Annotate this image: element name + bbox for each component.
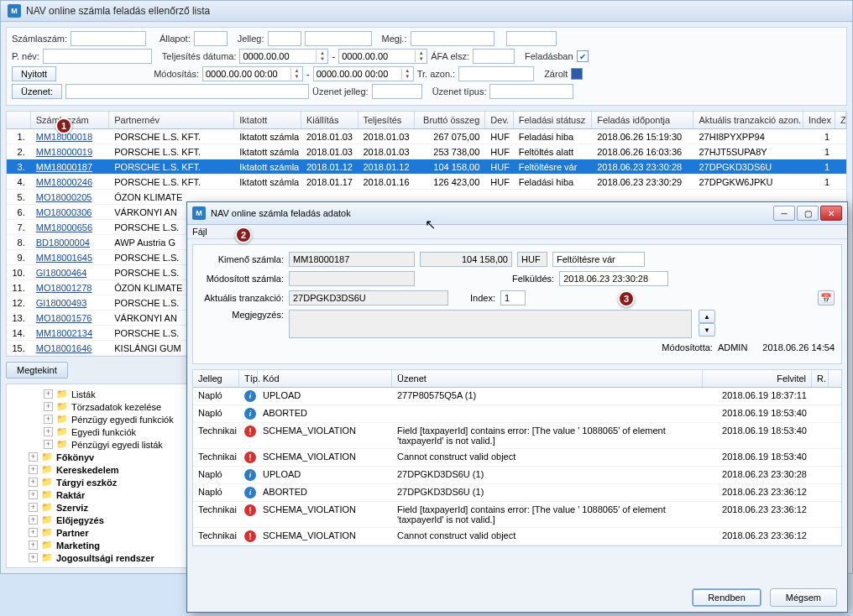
col-index[interactable]: Index [803, 112, 835, 128]
megtekint-button[interactable]: Megtekint [6, 362, 68, 378]
szamlaszam-input[interactable] [71, 31, 146, 46]
col-status[interactable]: Feladási státusz [514, 112, 593, 128]
message-row[interactable]: NaplóiABORTED27DPGKD3DS6U (1)2018.06.23 … [193, 484, 841, 502]
mcol-jelleg[interactable]: Jelleg [193, 370, 239, 387]
message-row[interactable]: NaplóiABORTED2018.06.19 18:53:40 [193, 405, 841, 423]
uzenet-button[interactable]: Üzenet: [12, 84, 62, 99]
expand-icon[interactable]: + [29, 490, 38, 499]
expand-icon[interactable]: + [44, 402, 53, 411]
message-row[interactable]: Technikai!SCHEMA_VIOLATIONField [taxpaye… [193, 423, 841, 449]
badge-1: 1 [55, 117, 72, 134]
expand-icon[interactable]: + [29, 553, 38, 562]
table-row[interactable]: 3.MM18000187PORSCHE L.S. KFT.Iktatott sz… [7, 159, 846, 175]
invoice-link[interactable]: MM18000656 [36, 222, 92, 232]
pnev-input[interactable] [43, 49, 152, 64]
invoice-link[interactable]: MO18001646 [36, 343, 92, 353]
extra-input[interactable] [506, 31, 557, 46]
modal-titlebar[interactable]: M NAV online számla feladás adatok ─ ▢ ✕ [187, 202, 847, 225]
message-row[interactable]: Technikai!SCHEMA_VIOLATIONField [taxpaye… [193, 502, 841, 528]
col-dev[interactable]: Dev. [485, 112, 513, 128]
folder-icon: 📁 [41, 452, 53, 462]
fajl-menu[interactable]: Fájl [192, 227, 207, 237]
col-partnernev[interactable]: Partnernév [109, 112, 234, 128]
invoice-link[interactable]: BD18000004 [36, 238, 90, 248]
invoice-link[interactable]: GI18000493 [36, 298, 87, 308]
mcol-r[interactable]: R. [812, 370, 829, 387]
expand-icon[interactable]: + [29, 515, 38, 525]
dt-from-spinner[interactable]: ▲▼ [202, 66, 303, 81]
calendar-icon-button[interactable]: 📅 [818, 290, 835, 305]
rendben-button[interactable]: Rendben [692, 588, 761, 607]
invoice-link[interactable]: MM18001645 [36, 253, 92, 263]
expand-icon[interactable]: + [29, 503, 38, 512]
expand-icon[interactable]: + [29, 452, 38, 462]
jelleg-label: Jelleg: [238, 34, 264, 44]
invoice-link[interactable]: MM18000246 [36, 177, 92, 187]
scroll-down-icon[interactable]: ▼ [699, 323, 715, 337]
expand-icon[interactable]: + [44, 427, 53, 436]
uzenet-jelleg-input[interactable] [372, 84, 422, 99]
megj-input[interactable] [411, 31, 495, 46]
error-icon: ! [244, 425, 256, 437]
jelleg-text-input[interactable] [305, 31, 372, 46]
mcol-felvitel[interactable]: Felvitel [703, 370, 812, 387]
megsem-button[interactable]: Mégsem [770, 588, 837, 607]
uzenet-tipus-input[interactable] [489, 84, 573, 99]
scroll-up-icon[interactable]: ▲ [699, 310, 715, 323]
col-teljesites[interactable]: Teljesítés [358, 112, 416, 128]
jelleg-input[interactable] [268, 31, 301, 46]
szamlaszam-label: Számlaszám: [12, 34, 67, 44]
allapot-input[interactable] [194, 31, 228, 46]
message-row[interactable]: NaplóiUPLOAD277P80575Q5A (1)2018.06.19 1… [193, 388, 841, 405]
expand-icon[interactable]: + [29, 528, 38, 537]
table-row[interactable]: 4.MM18000246PORSCHE L.S. KFT.Iktatott sz… [7, 175, 846, 190]
afa-elsz-input[interactable] [473, 49, 515, 64]
minimize-button[interactable]: ─ [773, 206, 795, 221]
invoice-link[interactable]: MO18001576 [36, 313, 92, 323]
nyitott-button[interactable]: Nyitott [12, 66, 56, 81]
date-from-spinner[interactable]: ▲▼ [239, 49, 328, 64]
maximize-button[interactable]: ▢ [797, 206, 819, 221]
uzenet-input[interactable] [65, 84, 309, 99]
col-idopont[interactable]: Feladás időpontja [592, 112, 693, 128]
col-brutto[interactable]: Bruttó összeg [415, 112, 485, 128]
megjegyzes-textarea[interactable] [289, 310, 692, 338]
trazon-input[interactable] [458, 66, 534, 81]
invoice-link[interactable]: MM18000187 [36, 162, 92, 172]
zarolt-colorbox[interactable] [571, 68, 583, 80]
table-row[interactable]: 1.MM18000018PORSCHE L.S. KFT.Iktatott sz… [7, 129, 846, 144]
grid-header: Számlaszám Partnernév Iktatott Kiállítás… [7, 112, 846, 129]
trazon-label: Tr. azon.: [417, 69, 455, 79]
expand-icon[interactable]: + [29, 478, 38, 487]
mcol-uzenet[interactable]: Üzenet [392, 370, 703, 387]
expand-icon[interactable]: + [44, 415, 53, 424]
error-icon: ! [244, 452, 256, 463]
expand-icon[interactable]: + [44, 389, 53, 399]
message-row[interactable]: Technikai!SCHEMA_VIOLATIONCannot constru… [193, 449, 841, 467]
expand-icon[interactable]: + [29, 540, 38, 550]
invoice-link[interactable]: MO18000306 [36, 207, 92, 217]
col-kiallitas[interactable]: Kiállítás [301, 112, 358, 128]
message-row[interactable]: Technikai!SCHEMA_VIOLATIONCannot constru… [193, 528, 841, 546]
mcol-tip[interactable]: Típ. [239, 370, 258, 387]
invoice-link[interactable]: MO18001278 [36, 283, 92, 293]
col-aktualis[interactable]: Aktuális tranzakció azon. [693, 112, 803, 128]
cursor-icon: ↖ [425, 217, 436, 232]
table-row[interactable]: 2.MM18000019PORSCHE L.S. KFT.Iktatott sz… [7, 144, 846, 159]
invoice-link[interactable]: MM18002134 [36, 328, 92, 338]
col-iktatott[interactable]: Iktatott [234, 112, 301, 128]
feladasban-checkbox[interactable]: ✔ [577, 50, 589, 62]
date-to-spinner[interactable]: ▲▼ [338, 49, 427, 64]
close-button[interactable]: ✕ [820, 206, 842, 221]
telj-datum-label: Teljesítés dátuma: [162, 51, 237, 61]
invoice-link[interactable]: MO18000205 [36, 192, 92, 202]
invoice-link[interactable]: MM18000019 [36, 147, 92, 157]
invoice-link[interactable]: GI18000464 [36, 268, 87, 278]
dt-to-spinner[interactable]: ▲▼ [313, 66, 414, 81]
message-row[interactable]: NaplóiUPLOAD27DPGKD3DS6U (1)2018.06.23 2… [193, 467, 841, 484]
col-z[interactable]: Z [835, 112, 846, 128]
mcol-kod[interactable]: Kód [258, 370, 392, 387]
folder-icon: 📁 [41, 514, 53, 525]
expand-icon[interactable]: + [44, 440, 53, 449]
expand-icon[interactable]: + [29, 465, 38, 474]
